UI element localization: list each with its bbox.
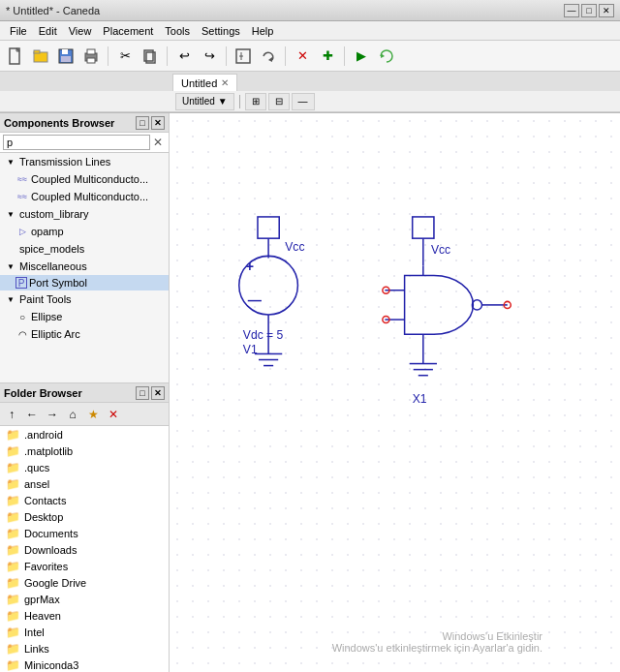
folder-documents[interactable]: 📁Documents — [0, 525, 169, 541]
folder-browser-header: Folder Browser □ ✕ — [0, 383, 169, 403]
components-close-button[interactable]: ✕ — [151, 116, 165, 130]
view-dropdown[interactable]: Untitled ▼ — [175, 93, 234, 110]
svg-rect-4 — [34, 50, 40, 53]
menu-help[interactable]: Help — [246, 23, 280, 39]
nav-forward-button[interactable]: → — [43, 406, 62, 423]
folder-close-button[interactable]: ✕ — [151, 386, 165, 400]
nav-delete-button[interactable]: ✕ — [104, 406, 123, 423]
components-browser-header: Components Browser □ ✕ — [0, 113, 169, 133]
transmission-lines-label: Transmission Lines — [19, 156, 110, 168]
folder-icon: 📁 — [6, 609, 20, 623]
rotate-button[interactable] — [257, 45, 280, 68]
tree-elliptic-arc[interactable]: ◠ Elliptic Arc — [0, 325, 169, 343]
menu-tools[interactable]: Tools — [159, 23, 196, 39]
vcc-port-left — [258, 217, 279, 238]
menu-edit[interactable]: Edit — [33, 23, 63, 39]
save-button[interactable] — [54, 45, 78, 68]
components-browser-controls: □ ✕ — [136, 116, 165, 130]
nav-back-button[interactable]: ← — [22, 406, 42, 423]
folder-desktop[interactable]: 📁Desktop — [0, 508, 169, 525]
menu-view[interactable]: View — [63, 23, 98, 39]
folder-browser-title: Folder Browser — [4, 387, 82, 399]
folder-icon: 📁 — [6, 576, 20, 590]
new-button[interactable] — [4, 45, 27, 68]
zoom-in-button[interactable]: ⊞ — [245, 93, 266, 110]
cut-button[interactable]: ✂ — [113, 45, 137, 68]
folder-miniconda3[interactable]: 📁Miniconda3 — [0, 657, 169, 672]
zoom-fit-button[interactable] — [232, 45, 255, 68]
nav-home-button[interactable]: ⌂ — [63, 406, 82, 423]
folder-float-button[interactable]: □ — [136, 386, 149, 400]
tree-paint-tools[interactable]: Paint Tools — [0, 290, 169, 308]
custom-library-label: custom_library — [19, 208, 89, 220]
search-clear-button[interactable]: ✕ — [150, 135, 166, 150]
toolbar-separator-3 — [226, 46, 227, 66]
folder-heaven[interactable]: 📁Heaven — [0, 607, 169, 624]
tab-close-icon[interactable]: ✕ — [221, 77, 229, 88]
folder-contacts[interactable]: 📁Contacts — [0, 492, 169, 508]
folder-ansel[interactable]: 📁ansel — [0, 475, 169, 492]
folder-googledrive[interactable]: 📁Google Drive — [0, 574, 169, 591]
tab-untitled[interactable]: Untitled ✕ — [172, 74, 237, 91]
menu-placement[interactable]: Placement — [97, 23, 159, 39]
tree-coupled-multi-1[interactable]: ≈≈ Coupled Multiconducto... — [0, 170, 169, 188]
zoom-reset-button[interactable]: — — [292, 93, 315, 110]
tab-bar: Untitled ✕ — [0, 72, 620, 91]
folder-matplotlib[interactable]: 📁.matplotlib — [0, 443, 169, 459]
maximize-button[interactable]: □ — [581, 4, 597, 17]
folder-icon: 📁 — [6, 543, 20, 557]
tree-custom-library[interactable]: custom_library — [0, 205, 169, 223]
folder-favorites[interactable]: 📁Favorites — [0, 558, 169, 574]
menu-settings[interactable]: Settings — [196, 23, 246, 39]
minimize-button[interactable]: — — [564, 4, 579, 17]
custom-library-arrow — [4, 207, 17, 221]
open-button[interactable] — [29, 45, 52, 68]
tree-transmission-lines[interactable]: Transmission Lines — [0, 153, 169, 170]
folder-icon: 📁 — [6, 510, 20, 524]
elliptic-arc-label: Elliptic Arc — [31, 328, 80, 340]
transmission-lines-arrow — [4, 155, 17, 168]
tree-opamp[interactable]: ▷ opamp — [0, 223, 169, 240]
coupled-multi-2-label: Coupled Multiconducto... — [31, 191, 148, 202]
simulate-button[interactable]: ▶ — [350, 45, 373, 68]
delete-button[interactable]: ✕ — [291, 45, 314, 68]
nav-up-button[interactable]: ↑ — [2, 406, 21, 423]
port-symbol-label: Port Symbol — [29, 277, 87, 289]
search-input[interactable] — [3, 135, 150, 150]
refresh-button[interactable] — [375, 45, 398, 68]
components-float-button[interactable]: □ — [136, 116, 149, 130]
undo-button[interactable]: ↩ — [172, 45, 196, 68]
svg-marker-17 — [381, 53, 385, 58]
add-button[interactable]: ✚ — [316, 45, 339, 68]
redo-button[interactable]: ↪ — [198, 45, 221, 68]
menu-file[interactable]: File — [4, 23, 33, 39]
spice-models-label: spice_models — [19, 243, 84, 255]
folder-links[interactable]: 📁Links — [0, 640, 169, 657]
folder-downloads[interactable]: 📁Downloads — [0, 541, 169, 558]
folder-gprmax[interactable]: 📁gprMax — [0, 591, 169, 607]
folder-icon: 📁 — [6, 642, 20, 656]
tree-ellipse[interactable]: ○ Ellipse — [0, 308, 169, 325]
print-button[interactable] — [79, 45, 103, 68]
copy-button[interactable] — [139, 45, 162, 68]
svg-rect-7 — [61, 56, 71, 62]
toolbar-separator-2 — [167, 46, 168, 66]
tree-spice-models[interactable]: spice_models — [0, 240, 169, 258]
elliptic-arc-icon: ◠ — [16, 327, 29, 341]
tree-coupled-multi-2[interactable]: ≈≈ Coupled Multiconducto... — [0, 188, 169, 205]
miscellaneous-label: Miscellaneous — [19, 260, 87, 272]
zoom-out-button[interactable]: ⊟ — [268, 93, 290, 110]
folder-intel[interactable]: 📁Intel — [0, 624, 169, 640]
canvas-area[interactable]: + — Vcc Vdc = 5 V1 Vcc — [170, 113, 620, 672]
toolbar-separator-1 — [108, 46, 108, 66]
paint-arrow — [4, 292, 17, 306]
folder-qucs[interactable]: 📁.qucs — [0, 459, 169, 475]
tree-miscellaneous[interactable]: Miscellaneous — [0, 258, 169, 275]
folder-icon: 📁 — [6, 494, 20, 507]
close-button[interactable]: ✕ — [599, 4, 614, 17]
folder-android[interactable]: 📁.android — [0, 426, 169, 443]
component-icon: ≈≈ — [16, 172, 29, 186]
tree-port-symbol[interactable]: P Port Symbol — [0, 275, 169, 290]
folder-icon: 📁 — [6, 626, 20, 639]
nav-bookmark-button[interactable]: ★ — [83, 406, 103, 423]
